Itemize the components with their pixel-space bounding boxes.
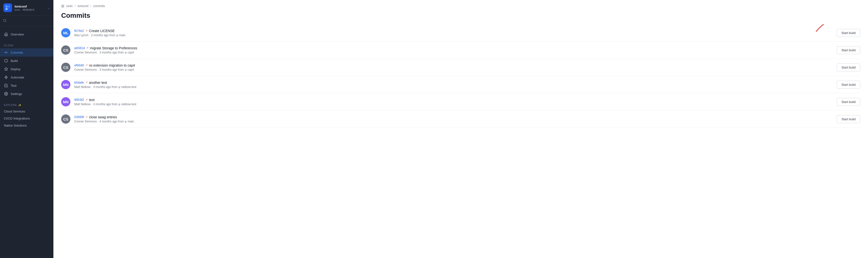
avatar: CS <box>61 63 70 72</box>
commit-hash[interactable]: efb6d0 <box>74 63 84 67</box>
start-build-button[interactable]: Start build <box>837 63 860 71</box>
commit-hash-line: efb6d0 ↗ vs extension migration to cap4 <box>74 63 833 67</box>
avatar: MN <box>61 97 70 107</box>
avatar: CS <box>61 46 70 55</box>
commit-info: 9953f2 ↗ test Matt Netkow · 3 months ago… <box>74 98 833 106</box>
automate-label: Automate <box>11 76 24 79</box>
commit-meta: Conner Simmons · 3 months ago from ψ cap… <box>74 51 833 54</box>
commit-time: 3 months ago from <box>93 85 118 89</box>
table-row: CS 03899f ↗ close swag entries Conner Si… <box>61 111 860 128</box>
commit-info: fb74e2 ↗ Create LICENSE Max Lynch · 2 mo… <box>74 29 833 37</box>
table-row: CS ab581d ↗ migrate Storage to Preferenc… <box>61 41 860 59</box>
commit-message: Create LICENSE <box>89 29 115 33</box>
branch-icon: ψ <box>119 103 120 106</box>
svg-marker-9 <box>4 67 7 70</box>
commit-time: 3 months ago from <box>99 68 124 71</box>
start-build-button[interactable]: Start build <box>837 98 860 106</box>
settings-icon <box>4 92 8 96</box>
branch-icon: ψ <box>125 120 127 123</box>
external-link-icon[interactable]: ↗ <box>86 81 88 84</box>
svg-rect-0 <box>6 6 7 7</box>
test-icon <box>4 83 8 88</box>
branch-icon: ψ <box>125 68 127 71</box>
commit-meta: Max Lynch · 2 months ago from ψ main <box>74 33 833 37</box>
commit-branch: main <box>128 120 134 123</box>
commit-time: 2 months ago from <box>91 33 115 37</box>
org-info: Ioniconf Ionic · 48d8d9e9 <box>14 5 45 11</box>
commit-meta: Matt Netkow · 3 months ago from ψ netkow… <box>74 85 833 89</box>
page-title: Commits <box>61 12 860 20</box>
commits-list: ML fb74e2 ↗ Create LICENSE Max Lynch · 2… <box>53 24 868 258</box>
commit-info: 03899f ↗ close swag entries Conner Simmo… <box>74 115 833 123</box>
commit-hash[interactable]: fb74e2 <box>74 29 84 33</box>
breadcrumb-commits[interactable]: commits <box>93 4 105 8</box>
commits-label: Commits <box>11 51 23 54</box>
breadcrumb-ionic[interactable]: ionic <box>66 4 73 8</box>
breadcrumb-grid-icon: ▦ <box>61 4 64 8</box>
commit-meta: Conner Simmons · 4 months ago from ψ mai… <box>74 120 833 123</box>
explore-emoji: ✨ <box>18 104 21 107</box>
commit-hash-line: ab581d ↗ migrate Storage to Preferences <box>74 46 833 50</box>
sidebar-item-settings[interactable]: Settings <box>0 90 53 98</box>
svg-rect-2 <box>6 8 7 10</box>
sidebar-item-build[interactable]: Build <box>0 57 53 65</box>
commit-message: vs extension migration to cap4 <box>89 63 135 67</box>
commit-branch: cap4 <box>128 51 134 54</box>
svg-point-6 <box>5 52 6 53</box>
external-link-icon[interactable]: ↗ <box>86 47 88 50</box>
build-icon <box>4 59 8 63</box>
cloud-section-label: CLOUD <box>0 44 53 47</box>
home-icon <box>4 32 8 36</box>
commit-author: Matt Netkow <box>74 85 91 89</box>
explore-section-label: EXPLORE ✨ <box>0 104 53 107</box>
sidebar-item-commits[interactable]: Commits <box>0 48 53 57</box>
table-row: CS efb6d0 ↗ vs extension migration to ca… <box>61 59 860 76</box>
breadcrumb-ioniconf[interactable]: ioniconf <box>78 4 88 8</box>
svg-point-11 <box>6 93 6 94</box>
commit-info: efb6d0 ↗ vs extension migration to cap4 … <box>74 63 833 71</box>
sidebar-header[interactable]: Ioniconf Ionic · 48d8d9e9 ⌄ <box>0 0 53 16</box>
branch-icon: ψ <box>116 34 118 37</box>
avatar: ML <box>61 28 70 37</box>
commit-time: 3 months ago from <box>93 103 118 106</box>
table-row: MN b0dafe ↗ another test Matt Netkow · 3… <box>61 76 860 93</box>
commit-hash-line: 03899f ↗ close swag entries <box>74 115 833 119</box>
settings-label: Settings <box>11 92 22 96</box>
external-link-icon[interactable]: ↗ <box>86 29 88 32</box>
start-build-button[interactable]: Start build <box>837 46 860 54</box>
table-row: ML fb74e2 ↗ Create LICENSE Max Lynch · 2… <box>61 24 860 41</box>
start-build-button[interactable]: Start build <box>837 115 860 123</box>
start-build-button[interactable]: Start build <box>837 29 860 37</box>
start-build-button[interactable]: Start build <box>837 81 860 89</box>
sidebar-item-deploy[interactable]: Deploy <box>0 65 53 73</box>
deploy-icon <box>4 67 8 71</box>
commit-hash[interactable]: ab581d <box>74 46 85 50</box>
search-button[interactable] <box>3 19 6 23</box>
branch-icon: ψ <box>125 51 127 54</box>
external-link-icon[interactable]: ↗ <box>86 115 88 119</box>
sidebar-item-test[interactable]: Test <box>0 81 53 90</box>
commit-hash-line: fb74e2 ↗ Create LICENSE <box>74 29 833 33</box>
sidebar-item-overview[interactable]: Overview <box>0 30 53 38</box>
org-name: Ioniconf <box>14 5 45 8</box>
commit-meta: Conner Simmons · 3 months ago from ψ cap… <box>74 68 833 71</box>
commit-info: b0dafe ↗ another test Matt Netkow · 3 mo… <box>74 81 833 89</box>
commit-branch: netkow-test <box>121 85 136 89</box>
external-link-icon[interactable]: ↗ <box>86 98 88 101</box>
sidebar-item-native[interactable]: Native Solutions <box>0 122 53 129</box>
commit-hash[interactable]: b0dafe <box>74 81 84 84</box>
commit-branch: netkow-test <box>121 103 136 106</box>
commit-hash-line: 9953f2 ↗ test <box>74 98 833 102</box>
build-label: Build <box>11 59 18 63</box>
commit-message: test <box>89 98 95 102</box>
sidebar: Ioniconf Ionic · 48d8d9e9 ⌄ Overview <box>0 0 53 258</box>
svg-line-5 <box>5 21 6 22</box>
commit-hash[interactable]: 03899f <box>74 115 84 119</box>
org-switcher-chevron[interactable]: ⌄ <box>48 6 50 9</box>
sidebar-item-cloud-services[interactable]: Cloud Services <box>0 108 53 115</box>
external-link-icon[interactable]: ↗ <box>86 64 88 67</box>
sidebar-item-cicd[interactable]: CI/CD Integrations <box>0 115 53 122</box>
sidebar-item-automate[interactable]: Automate <box>0 73 53 81</box>
commit-hash[interactable]: 9953f2 <box>74 98 84 102</box>
svg-marker-10 <box>5 76 7 79</box>
